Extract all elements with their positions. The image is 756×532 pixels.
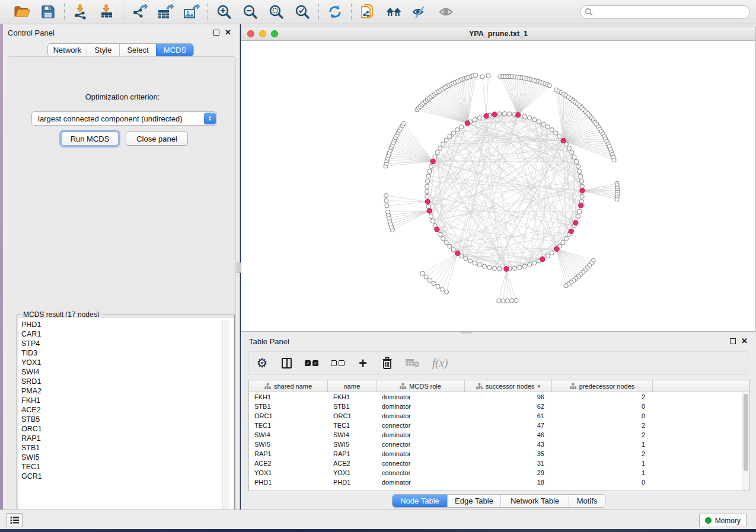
table-row[interactable]: PHD1PHD1dominator180 [249,477,749,487]
export-network-icon[interactable] [131,4,148,20]
control-panel: Control Panel ✕ NetworkStyleSelectMCDS O… [3,24,240,509]
table-settings-gear-icon[interactable]: ⚙ [256,356,268,370]
table-row[interactable]: ORC1ORC1dominator610 [249,411,749,421]
mcds-result-item[interactable]: PHD1 [21,320,234,329]
tab-motifs[interactable]: Motifs [569,495,605,507]
apply-function-icon: f(x) [432,356,448,370]
run-mcds-button[interactable]: Run MCDS [61,132,119,146]
optimization-criterion-select[interactable]: largest connected component (undirected)… [31,111,217,126]
table-cell: dominator [377,392,465,402]
open-file-icon[interactable] [14,4,30,20]
mcds-result-item[interactable]: ACE2 [21,405,234,415]
table-cell: 62 [465,402,552,411]
toggle-column-panel-icon[interactable] [280,356,292,370]
table-row[interactable]: ACE2ACE2connector311 [249,459,749,468]
task-history-button[interactable] [7,513,23,527]
mcds-result-item[interactable]: SWI4 [21,367,234,377]
close-table-panel-icon[interactable]: ✕ [741,338,748,344]
tab-style[interactable]: Style [87,44,119,56]
mcds-list-scrollbar[interactable] [222,320,229,526]
mcds-result-list[interactable]: PHD1CAR1STP4TID3YOX1SWI4SRD1PMA2FKH1ACE2… [18,317,234,527]
float-panel-icon[interactable] [213,30,219,36]
tab-edge-table[interactable]: Edge Table [447,495,500,507]
mcds-result-item[interactable]: STB1 [21,443,234,453]
mcds-result-item[interactable]: ORC1 [21,424,234,434]
close-panel-button[interactable]: Close panel [126,132,188,146]
mcds-result-item[interactable]: STB5 [21,415,234,424]
table-cell: dominator [377,430,465,440]
table-scrollbar-thumb[interactable] [744,394,748,471]
zoom-selected-icon[interactable] [294,4,311,20]
save-icon[interactable] [40,4,56,20]
table-row[interactable]: RAP1RAP1dominator352 [249,449,749,459]
column-header-MCDS-role[interactable]: MCDS role [377,380,465,392]
mcds-result-item[interactable]: GCR1 [21,472,234,481]
table-cell: YOX1 [249,468,328,477]
column-header-name[interactable]: name [328,380,377,392]
float-table-panel-icon[interactable] [730,338,736,344]
table-cell: 18 [465,477,552,487]
table-body: FKH1FKH1dominator962STB1STB1dominator620… [249,392,749,487]
table-cell: SWI5 [328,440,377,449]
tab-network-table[interactable]: Network Table [500,495,569,507]
tab-node-table[interactable]: Node Table [393,495,447,507]
memory-button[interactable]: Memory [699,514,747,527]
search-container [580,5,750,19]
network-window-titlebar[interactable]: YPA_prune.txt_1 [241,27,755,41]
table-row[interactable]: STB1STB1dominator620 [249,402,749,411]
control-panel-title: Control Panel [3,28,55,37]
mcds-result-item[interactable]: SRD1 [21,377,234,386]
hide-selected-icon[interactable] [412,4,428,20]
table-cell: ORC1 [328,411,377,421]
export-image-icon[interactable] [183,4,200,20]
table-row[interactable]: YOX1YOX1connector291 [249,468,749,477]
mcds-result-item[interactable]: CAR1 [21,329,234,339]
add-column-icon[interactable]: + [357,356,369,370]
column-header-successor-nodes[interactable]: successor nodes▾ [465,380,552,392]
search-input[interactable] [580,5,750,19]
zoom-fit-icon[interactable] [268,4,285,20]
table-cell: 0 [552,477,653,487]
table-cell: connector [377,459,465,468]
table-cell: 2 [552,421,653,430]
mcds-result-item[interactable]: FKH1 [21,396,234,405]
network-canvas[interactable] [241,41,755,331]
delete-column-icon[interactable] [381,356,393,370]
import-network-icon[interactable] [72,4,89,20]
select-stepper-icon: ▲▼ [204,113,216,124]
table-row[interactable]: SWI4SWI4dominator462 [249,430,749,440]
zoom-out-icon[interactable] [242,4,259,20]
table-panel-title: Table Panel [241,337,289,346]
mcds-result-item[interactable]: STP4 [21,339,234,348]
select-all-columns-icon[interactable]: ✓✓ [305,356,318,370]
tab-mcds[interactable]: MCDS [156,44,193,56]
show-all-icon[interactable] [438,4,454,20]
new-network-from-selection-icon[interactable] [359,4,376,20]
mcds-result-item[interactable]: TEC1 [21,462,234,472]
table-cell: 2 [552,392,653,402]
mcds-result-item[interactable]: RAP1 [21,434,234,443]
export-table-icon[interactable] [157,4,174,20]
zoom-in-icon[interactable] [216,4,232,20]
mcds-result-item[interactable]: SWI5 [21,453,234,462]
table-cell: 43 [465,440,552,449]
mcds-result-item[interactable]: TID3 [21,348,234,358]
deselect-all-columns-icon[interactable] [331,356,344,370]
table-row[interactable]: TEC1TEC1connector472 [249,421,749,430]
list-icon [10,516,20,524]
table-row[interactable]: FKH1FKH1dominator962 [249,392,749,402]
column-header-predecessor-nodes[interactable]: predecessor nodes [552,380,653,392]
column-header-shared-name[interactable]: shared name [249,380,328,392]
table-row[interactable]: SWI5SWI5connector431 [249,440,749,449]
table-scrollbar[interactable] [742,392,749,491]
first-neighbors-icon[interactable] [385,4,402,20]
tab-network[interactable]: Network [48,44,87,56]
table-cell: 1 [552,468,653,477]
tab-select[interactable]: Select [119,44,156,56]
import-table-icon[interactable] [98,4,115,20]
vertical-splitter-handle[interactable] [237,262,241,273]
close-panel-icon[interactable]: ✕ [225,30,231,36]
refresh-icon[interactable] [327,4,343,20]
mcds-result-item[interactable]: PMA2 [21,386,234,396]
mcds-result-item[interactable]: YOX1 [21,358,234,367]
